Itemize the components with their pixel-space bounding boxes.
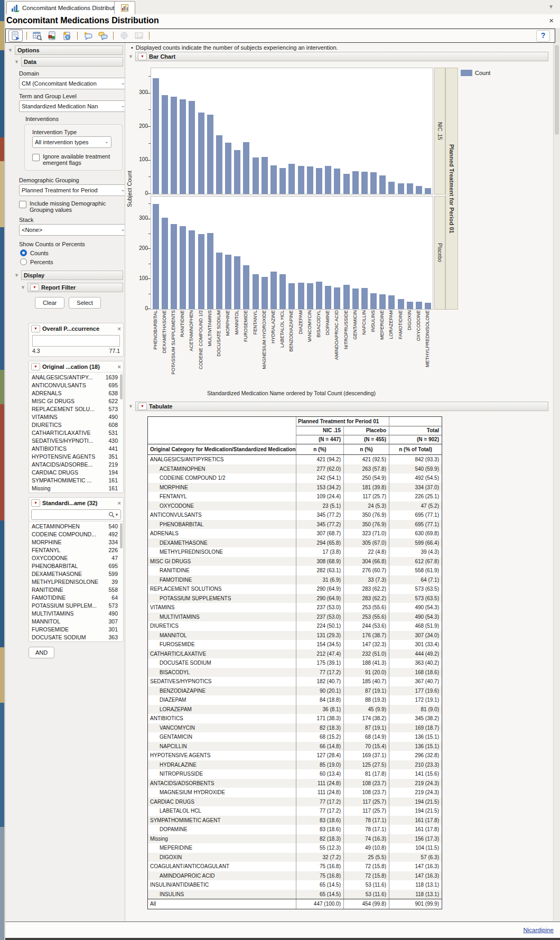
bar[interactable] — [198, 234, 204, 309]
bar[interactable] — [198, 113, 204, 194]
bar[interactable] — [288, 283, 295, 309]
term-group-level-select[interactable]: Standardized Medication Nan ⌄ — [19, 100, 125, 112]
scrollbar-thumb[interactable] — [120, 523, 123, 548]
bar[interactable] — [352, 288, 359, 309]
bar[interactable] — [153, 204, 159, 309]
bar[interactable] — [171, 224, 177, 309]
domain-select[interactable]: CM (Concomitant Medication ⌄ — [19, 78, 125, 89]
filter-list-item[interactable]: MULTIVITAMINS490 — [29, 609, 123, 617]
red-triangle-menu-icon[interactable]: ▼ — [138, 403, 147, 410]
publish-report-icon[interactable] — [60, 30, 73, 41]
bar[interactable] — [334, 169, 340, 194]
filter-list-item[interactable]: MANNITOL307 — [29, 617, 123, 625]
bar[interactable] — [325, 166, 331, 194]
study-link[interactable]: Nicardipine — [523, 927, 554, 933]
bar[interactable] — [416, 302, 422, 309]
bar[interactable] — [298, 283, 304, 309]
filter-list-item[interactable]: CODEINE COMPOUND...492 — [29, 530, 123, 538]
bar[interactable] — [216, 253, 222, 309]
red-triangle-menu-icon[interactable]: ▼ — [31, 499, 40, 507]
red-triangle-menu-icon[interactable]: ▼ — [31, 325, 40, 332]
filter-list-item[interactable]: FUROSEMIDE301 — [29, 625, 123, 633]
ignore-treatment-flags-checkbox[interactable]: Ignore available treatment emergent flag… — [32, 153, 116, 166]
bar[interactable] — [243, 265, 249, 309]
bar[interactable] — [361, 288, 368, 309]
close-filter-icon[interactable]: × — [118, 364, 121, 370]
filter-list-item[interactable]: FAMOTIDINE64 — [29, 593, 123, 601]
bar[interactable] — [298, 166, 304, 194]
filter-list-item[interactable]: Missing161 — [29, 484, 123, 492]
collapse-tabulate-icon[interactable]: ▼ — [128, 404, 134, 409]
filter-list-item[interactable]: PHENOBARBITAL695 — [29, 562, 123, 570]
bar[interactable] — [370, 293, 377, 309]
filter-list-item[interactable]: CARDIAC DRUGS194 — [29, 468, 123, 476]
bar[interactable] — [234, 256, 240, 309]
bar[interactable] — [243, 142, 249, 194]
percents-radio[interactable]: Percents — [20, 258, 125, 265]
add-note-icon[interactable] — [81, 30, 95, 41]
tab-graph-builder[interactable] — [114, 1, 135, 15]
tab-concomitant-medications[interactable]: Concomitant Medications Distribution — [6, 1, 127, 15]
data-table-icon[interactable] — [31, 30, 44, 41]
bar[interactable] — [343, 174, 350, 194]
bar[interactable] — [398, 299, 404, 309]
clear-button[interactable]: Clear — [35, 297, 64, 309]
bar[interactable] — [288, 164, 295, 194]
stack-select[interactable]: <None> ⌄ — [19, 224, 125, 236]
filter-list-item[interactable]: DEXAMETHASONE599 — [29, 570, 123, 578]
bar[interactable] — [216, 135, 222, 194]
filter-list-item[interactable]: ADRENALS638 — [29, 389, 123, 397]
filter-list-item[interactable]: POTASSIUM SUPPLEM...573 — [29, 601, 123, 609]
bar[interactable] — [180, 99, 186, 194]
filter-list-item[interactable]: ACETAMINOPHEN540 — [29, 522, 123, 530]
bar[interactable] — [307, 166, 313, 194]
bar[interactable] — [379, 175, 386, 194]
close-icon[interactable]: × — [549, 16, 554, 24]
filter-list-item[interactable]: ANTIBIOTICS441 — [29, 444, 123, 452]
intervention-type-select[interactable]: All intervention types ⌄ — [32, 136, 111, 148]
bar[interactable] — [398, 183, 404, 194]
bar[interactable] — [379, 294, 386, 309]
bar[interactable] — [425, 303, 431, 309]
scrollbar-thumb[interactable] — [555, 45, 559, 135]
bar[interactable] — [207, 115, 213, 194]
bar[interactable] — [316, 282, 322, 309]
vertical-scrollbar[interactable] — [553, 43, 560, 921]
filter-list-item[interactable]: ANALGESICS/ANTIPY...1639 — [29, 373, 123, 381]
bar[interactable] — [225, 255, 231, 309]
close-filter-icon[interactable]: × — [118, 500, 121, 506]
bar[interactable] — [262, 277, 268, 309]
bar[interactable] — [270, 165, 277, 194]
bar[interactable] — [352, 171, 359, 194]
filter-list-item[interactable]: METHYLPREDNISOLONE39 — [29, 578, 123, 585]
bar[interactable] — [171, 97, 177, 194]
bar[interactable] — [343, 285, 350, 309]
filter-list-item[interactable]: RANITIDINE558 — [29, 585, 123, 593]
bar[interactable] — [207, 233, 213, 309]
filter-list-item[interactable]: CATHARTIC/LAXATIVE531 — [29, 429, 123, 436]
bar[interactable] — [407, 183, 413, 194]
bar[interactable] — [425, 188, 431, 194]
bar[interactable] — [162, 95, 168, 194]
filter-list-item[interactable]: REPLACEMENT SOLU...573 — [29, 405, 123, 413]
bar[interactable] — [388, 182, 395, 194]
collapse-report-filter-icon[interactable]: ▼ — [20, 285, 26, 291]
filter-list-item[interactable]: SEDATIVES/HYPNOTI...430 — [29, 436, 123, 444]
help-button[interactable]: ? — [536, 30, 550, 42]
filter-list-item[interactable]: DIURETICS608 — [29, 421, 123, 429]
scrollbar-thumb[interactable] — [120, 374, 123, 399]
bar[interactable] — [325, 286, 331, 309]
counts-radio[interactable]: Counts — [20, 249, 125, 256]
filter-list-item[interactable]: ANTICONVULSANTS695 — [29, 381, 123, 389]
medication-search-input[interactable] — [33, 511, 108, 518]
close-filter-icon[interactable]: × — [118, 325, 121, 332]
filter-list-item[interactable]: OXYCODONE47 — [29, 554, 123, 562]
search-options-chevron-icon[interactable]: ▼ — [115, 513, 119, 517]
bar[interactable] — [307, 283, 313, 309]
bar[interactable] — [316, 168, 322, 194]
select-button[interactable]: Select — [69, 297, 101, 309]
collapse-display-icon[interactable]: ▼ — [14, 273, 20, 278]
red-triangle-menu-icon[interactable]: ▼ — [138, 53, 147, 60]
bar[interactable] — [279, 274, 286, 309]
and-button[interactable]: AND — [29, 647, 54, 658]
